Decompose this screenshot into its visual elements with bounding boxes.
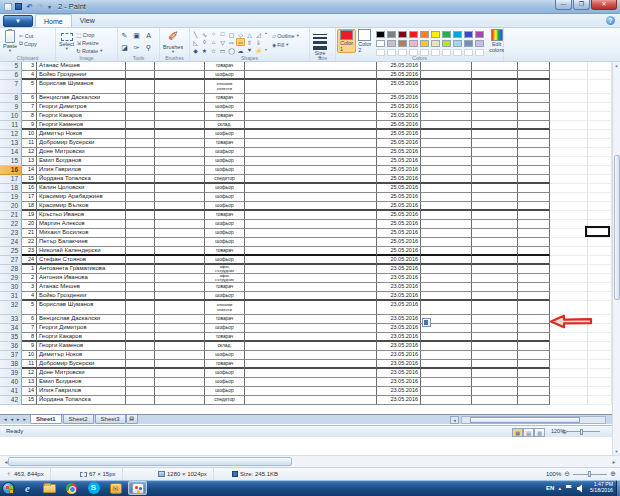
paste-button[interactable]: Paste▼ (1, 29, 19, 53)
palette-swatch-6[interactable] (442, 31, 451, 38)
edit-colors-button[interactable]: Edit colors (487, 29, 506, 53)
shape-cell-8[interactable]: ◺ (191, 38, 200, 46)
maximize-button[interactable]: ❐ (573, 0, 590, 10)
palette-swatch-3[interactable] (409, 31, 418, 38)
shape-cell-9[interactable]: ◊ (200, 38, 209, 46)
size-button[interactable]: Size▼ (311, 34, 329, 58)
paint-menu-button[interactable]: ▼ (3, 15, 33, 27)
shape-cell-14[interactable]: ⇧ (245, 38, 254, 46)
help-icon[interactable]: ? (606, 16, 615, 25)
shape-cell-13[interactable]: ⇦ (236, 38, 245, 46)
start-button[interactable] (2, 482, 15, 495)
copy-button[interactable]: ⧉Copy (19, 40, 37, 47)
tab-home[interactable]: Home (35, 14, 72, 27)
palette-swatch-10[interactable] (376, 40, 385, 47)
scroll-right-icon[interactable]: ► (609, 457, 619, 467)
shape-cell-5[interactable]: ◇ (236, 30, 245, 38)
canvas-vertical-scrollbar[interactable]: ▲ ▼ (612, 62, 620, 455)
rotate-button[interactable]: ↻Rotate▼ (76, 47, 103, 54)
tool-icon-1[interactable]: ▣ (131, 30, 142, 41)
paint-canvas[interactable]: 53Атанас Мешевтоварач25.05.201664Бойко Г… (0, 62, 612, 455)
tab-view[interactable]: View (72, 14, 103, 27)
color2-button[interactable]: Color 2 (356, 29, 373, 53)
paint-app-icon[interactable] (3, 2, 12, 11)
shape-cell-22[interactable]: ♥ (245, 46, 254, 54)
screen: ↶ ↷ ▼ 2 - Paint — ❐ ✕ ▼ Home View ? Past… (0, 0, 620, 496)
palette-swatch-13[interactable] (409, 40, 418, 47)
tool-icon-0[interactable]: ✎ (119, 30, 130, 41)
palette-swatch-8[interactable] (464, 31, 473, 38)
tray-expand-icon[interactable]: ▲ (557, 486, 561, 491)
fill-button[interactable]: ◈Fill▼ (272, 41, 300, 48)
shape-cell-0[interactable]: ╲ (191, 30, 200, 38)
crop-button[interactable]: ⬚Crop (76, 31, 103, 38)
canvas-horizontal-scrollbar[interactable]: ◄ ► (0, 455, 620, 467)
zoom-in-icon[interactable]: ⊕ (610, 470, 616, 478)
scroll-down-icon[interactable]: ▼ (613, 449, 620, 454)
shape-cell-6[interactable]: △ (245, 30, 254, 38)
palette-swatch-1[interactable] (387, 31, 396, 38)
shape-cell-12[interactable]: ⇨ (227, 38, 236, 46)
palette-swatch-15[interactable] (431, 40, 440, 47)
cut-button[interactable]: ✂Cut (19, 32, 37, 39)
palette-swatch-7[interactable] (453, 31, 462, 38)
outline-button[interactable]: ▱Outline▼ (272, 32, 300, 39)
shape-cell-2[interactable]: ○ (209, 30, 218, 38)
close-button[interactable]: ✕ (591, 0, 617, 10)
undo-icon[interactable]: ↶ (25, 2, 34, 11)
palette-swatch-18[interactable] (464, 40, 473, 47)
select-button[interactable]: Select▼ (57, 29, 76, 53)
shape-cell-3[interactable]: □ (218, 30, 227, 38)
paint-zoom-slider[interactable] (573, 474, 607, 475)
palette-swatch-5[interactable] (431, 31, 440, 38)
palette-swatch-17[interactable] (453, 40, 462, 47)
palette-swatch-0[interactable] (376, 31, 385, 38)
shape-cell-10[interactable]: ⌂ (209, 38, 218, 46)
shape-cell-15[interactable]: ⇩ (254, 38, 263, 46)
scroll-up-icon[interactable]: ▲ (613, 63, 620, 68)
taskbar-icon-internet-explorer[interactable]: e (18, 481, 37, 495)
minimize-button[interactable]: — (555, 0, 572, 10)
tool-icon-2[interactable]: A (143, 30, 154, 41)
zoom-out-icon[interactable]: ⊖ (564, 470, 570, 478)
palette-swatch-19[interactable] (475, 40, 484, 47)
shape-cell-20[interactable]: ◯ (227, 46, 236, 54)
volume-icon[interactable] (576, 484, 585, 493)
palette-swatch-12[interactable] (398, 40, 407, 47)
qat-dropdown-icon[interactable]: ▼ (47, 4, 52, 10)
shape-cell-16[interactable]: ◆ (191, 46, 200, 54)
taskbar-icon-windows-explorer[interactable] (40, 481, 59, 495)
brushes-button[interactable]: ✐ Brushes▼ (161, 29, 185, 53)
palette-swatch-2[interactable] (398, 31, 407, 38)
palette-swatch-4[interactable] (420, 31, 429, 38)
horizontal-scroll-thumb[interactable] (8, 457, 292, 466)
save-icon[interactable] (14, 2, 23, 11)
shape-cell-18[interactable]: ☆ (209, 46, 218, 54)
vertical-scroll-thumb[interactable] (614, 155, 620, 300)
palette-swatch-11[interactable] (387, 40, 396, 47)
palette-swatch-14[interactable] (420, 40, 429, 47)
language-indicator[interactable]: EN (546, 485, 554, 491)
shape-cell-7[interactable]: ◿ (254, 30, 263, 38)
shape-cell-1[interactable]: ∿ (200, 30, 209, 38)
tool-icon-3[interactable]: ◪ (119, 42, 130, 53)
taskbar-icon-outlook[interactable]: ✉ (106, 481, 125, 495)
tool-icon-5[interactable]: ⚲ (143, 42, 154, 53)
palette-swatch-16[interactable] (442, 40, 451, 47)
show-desktop-button[interactable] (616, 480, 620, 496)
action-center-icon[interactable] (565, 484, 573, 493)
shape-cell-23[interactable]: ⚡ (254, 46, 263, 54)
palette-swatch-9[interactable] (475, 31, 484, 38)
taskbar-icon-chrome[interactable] (62, 481, 81, 495)
taskbar-icon-paint[interactable] (128, 481, 147, 495)
resize-button[interactable]: ⇲Resize (76, 39, 103, 46)
taskbar-icon-skype[interactable]: S (84, 481, 103, 495)
tool-icon-4[interactable]: ✑ (131, 42, 142, 53)
shape-cell-4[interactable]: ▢ (227, 30, 236, 38)
shape-cell-17[interactable]: ★ (200, 46, 209, 54)
shape-cell-21[interactable]: ☁ (236, 46, 245, 54)
shape-cell-19[interactable]: ▭ (218, 46, 227, 54)
clock[interactable]: 1:47 PM5/18/2016 (588, 482, 613, 494)
shape-cell-11[interactable]: ▽ (218, 38, 227, 46)
color1-button[interactable]: Color 1 (337, 29, 356, 53)
